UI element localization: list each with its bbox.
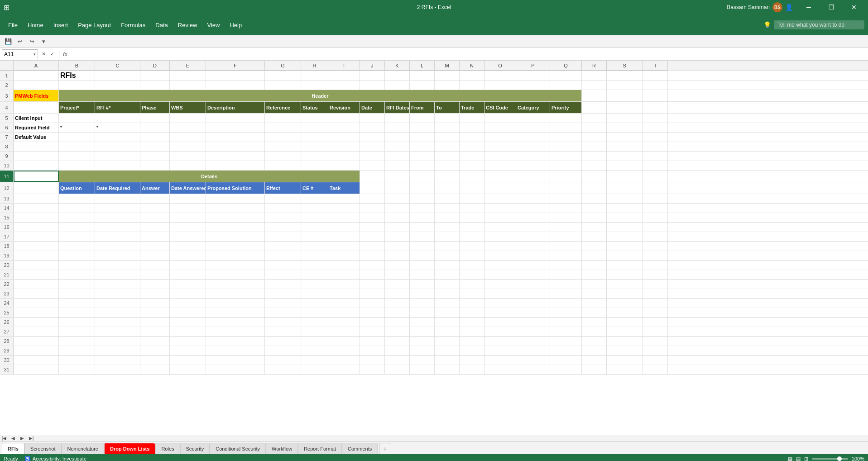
cell-I2[interactable] <box>328 81 360 90</box>
cell-D1[interactable] <box>140 71 170 80</box>
cell-B6[interactable]: * <box>59 123 95 132</box>
cell-S11[interactable] <box>607 171 643 182</box>
row-num-14[interactable]: 14 <box>0 204 14 213</box>
cell-Q24[interactable] <box>550 299 582 308</box>
cell-J21[interactable] <box>360 270 385 279</box>
cell-R19[interactable] <box>582 251 607 260</box>
undo-button[interactable]: ↩ <box>14 36 25 47</box>
cell-N26[interactable] <box>460 318 484 327</box>
cell-Q23[interactable] <box>550 289 582 298</box>
cell-D22[interactable] <box>140 280 170 289</box>
cell-N14[interactable] <box>460 204 484 213</box>
cell-D21[interactable] <box>140 270 170 279</box>
cell-K5[interactable] <box>385 114 410 123</box>
cell-C15[interactable] <box>95 213 140 222</box>
cell-O23[interactable] <box>484 289 516 298</box>
cell-D18[interactable] <box>140 242 170 251</box>
cell-T22[interactable] <box>643 280 668 289</box>
row-num-2[interactable]: 2 <box>0 81 14 90</box>
window-controls[interactable]: ─ ❐ ✕ <box>798 0 864 14</box>
qat-dropdown-button[interactable]: ▾ <box>38 36 49 47</box>
cell-K13[interactable] <box>385 194 410 203</box>
cell-L25[interactable] <box>410 308 435 317</box>
cell-O13[interactable] <box>484 194 516 203</box>
cell-Q1[interactable] <box>550 71 582 80</box>
cell-E14[interactable] <box>170 204 206 213</box>
cell-K21[interactable] <box>385 270 410 279</box>
cell-C13[interactable] <box>95 194 140 203</box>
cell-L2[interactable] <box>410 81 435 90</box>
cell-B7[interactable] <box>59 133 95 142</box>
cell-N25[interactable] <box>460 308 484 317</box>
col-header-A[interactable]: A <box>14 61 59 71</box>
cell-M23[interactable] <box>435 289 460 298</box>
cell-L4[interactable]: From <box>410 102 435 113</box>
cell-M19[interactable] <box>435 251 460 260</box>
cell-J5[interactable] <box>360 114 385 123</box>
cell-J15[interactable] <box>360 213 385 222</box>
cell-F19[interactable] <box>206 251 265 260</box>
cell-C6[interactable]: * <box>95 123 140 132</box>
cell-M15[interactable] <box>435 213 460 222</box>
cell-A7[interactable]: Default Value <box>14 133 59 142</box>
cell-L27[interactable] <box>410 327 435 336</box>
cell-I13[interactable] <box>328 194 360 203</box>
cell-Q26[interactable] <box>550 318 582 327</box>
cell-H15[interactable] <box>301 213 328 222</box>
cell-G4[interactable]: Reference <box>265 102 301 113</box>
cell-J7[interactable] <box>360 133 385 142</box>
cell-J16[interactable] <box>360 223 385 232</box>
cell-M21[interactable] <box>435 270 460 279</box>
cell-T28[interactable] <box>643 337 668 346</box>
cell-G25[interactable] <box>265 308 301 317</box>
cell-C22[interactable] <box>95 280 140 289</box>
cell-S30[interactable] <box>607 356 643 365</box>
cell-R16[interactable] <box>582 223 607 232</box>
row-num-24[interactable]: 24 <box>0 299 14 308</box>
cell-F7[interactable] <box>206 133 265 142</box>
cell-N22[interactable] <box>460 280 484 289</box>
cell-L29[interactable] <box>410 346 435 355</box>
cell-T25[interactable] <box>643 308 668 317</box>
cell-E23[interactable] <box>170 289 206 298</box>
cell-G19[interactable] <box>265 251 301 260</box>
row-num-9[interactable]: 9 <box>0 152 14 161</box>
cell-P21[interactable] <box>516 270 550 279</box>
cell-T7[interactable] <box>643 133 668 142</box>
ribbon-tab-page-layout[interactable]: Page Layout <box>73 14 115 35</box>
cell-D19[interactable] <box>140 251 170 260</box>
cell-M16[interactable] <box>435 223 460 232</box>
cell-Q12[interactable] <box>550 182 582 194</box>
cell-J2[interactable] <box>360 81 385 90</box>
cell-E22[interactable] <box>170 280 206 289</box>
cell-E1[interactable] <box>170 71 206 80</box>
cell-J1[interactable] <box>360 71 385 80</box>
cell-B14[interactable] <box>59 204 95 213</box>
col-header-L[interactable]: L <box>410 61 435 71</box>
cell-R20[interactable] <box>582 261 607 270</box>
cell-Q31[interactable] <box>550 365 582 374</box>
cell-N4[interactable]: Trade <box>460 102 484 113</box>
cell-R25[interactable] <box>582 308 607 317</box>
cell-I30[interactable] <box>328 356 360 365</box>
cell-E30[interactable] <box>170 356 206 365</box>
cell-H14[interactable] <box>301 204 328 213</box>
cell-D31[interactable] <box>140 365 170 374</box>
page-layout-icon[interactable]: ▤ <box>796 456 801 461</box>
row-num-7[interactable]: 7 <box>0 133 14 142</box>
cell-N27[interactable] <box>460 327 484 336</box>
cell-R14[interactable] <box>582 204 607 213</box>
column-headers[interactable]: A B C D E F G H I J K L M N O P Q R S T <box>0 61 868 71</box>
cell-G17[interactable] <box>265 232 301 241</box>
cell-J31[interactable] <box>360 365 385 374</box>
cell-Q20[interactable] <box>550 261 582 270</box>
cell-E21[interactable] <box>170 270 206 279</box>
cell-F24[interactable] <box>206 299 265 308</box>
row-num-4[interactable]: 4 <box>0 102 14 113</box>
cell-Q19[interactable] <box>550 251 582 260</box>
ribbon-tabs[interactable]: FileHomeInsertPage LayoutFormulasDataRev… <box>4 14 246 35</box>
cell-K25[interactable] <box>385 308 410 317</box>
cell-S31[interactable] <box>607 365 643 374</box>
cell-N17[interactable] <box>460 232 484 241</box>
cell-O20[interactable] <box>484 261 516 270</box>
